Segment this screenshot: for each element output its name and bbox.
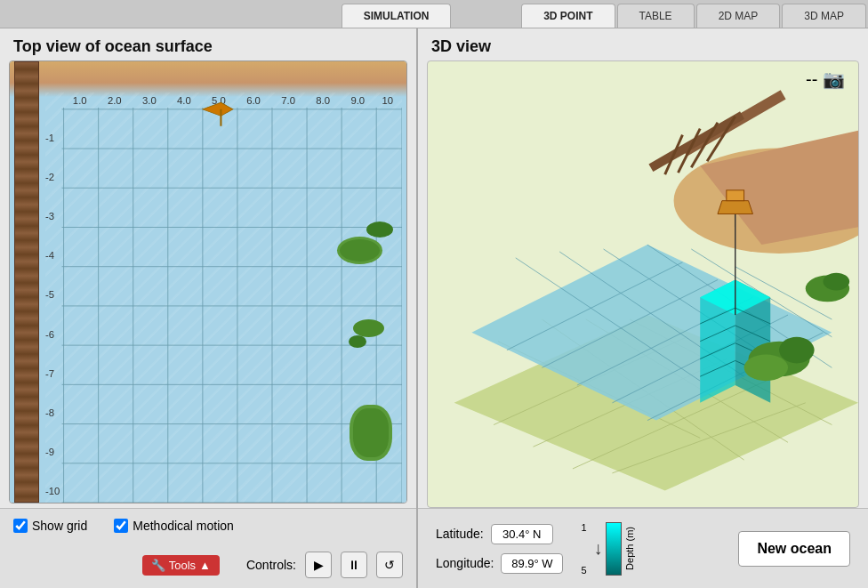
svg-text:4.0: 4.0 [177,96,191,106]
tab-3dmap[interactable]: 3D MAP [782,4,866,28]
main-content: Top view of ocean surface 1.0 2.0 3.0 4.… [0,28,868,588]
tools-button[interactable]: 🔧 Tools ▲ [142,555,220,576]
svg-text:9.0: 9.0 [350,96,365,106]
svg-point-91 [823,273,849,291]
svg-text:7.0: 7.0 [281,96,295,106]
svg-text:-6: -6 [45,329,54,339]
pause-icon: ⏸ [348,558,360,572]
svg-text:2.0: 2.0 [108,96,122,106]
svg-text:-10: -10 [45,486,60,495]
iso-scene [428,61,858,507]
reset-icon: ↺ [384,558,395,572]
island-2 [353,319,384,337]
depth-bar [606,522,622,576]
grid-container: 1.0 2.0 3.0 4.0 5.0 6.0 7.0 8.0 9.0 10 -… [45,93,402,503]
depth-bottom-label: 5 [581,565,586,576]
tab-simulation[interactable]: SIMULATION [342,4,452,28]
svg-text:-8: -8 [45,408,54,418]
depth-unit-label: Depth (m) [624,527,635,570]
svg-marker-85 [718,201,753,214]
svg-text:3.0: 3.0 [142,96,157,106]
svg-point-88 [779,337,815,364]
reset-button[interactable]: ↺ [376,552,403,578]
longitude-group: Longitude: 89.9° W [436,553,563,574]
left-panel-title: Top view of ocean surface [0,28,416,60]
view-3d: -- 📷 [427,60,859,508]
tab-2dmap[interactable]: 2D MAP [696,4,781,28]
tools-arrow: ▲ [199,559,211,572]
show-grid-label[interactable]: Show grid [13,519,87,533]
svg-text:-7: -7 [45,368,54,378]
sand-top [10,61,406,97]
island-3 [353,408,389,457]
island-1 [340,239,380,262]
svg-text:6.0: 6.0 [246,96,261,106]
latitude-group: Latitude: 30.4° N [436,524,563,544]
tab-3dpoint[interactable]: 3D POINT [521,4,615,28]
controls-bar: Show grid Methodical motion 🔧 Tools ▲ Co… [0,508,416,588]
ocean-view: 1.0 2.0 3.0 4.0 5.0 6.0 7.0 8.0 9.0 10 -… [9,60,407,503]
svg-text:8.0: 8.0 [316,96,330,106]
tools-icon: 🔧 [151,559,165,572]
info-bar: Latitude: 30.4° N Longitude: 89.9° W 1 5… [418,508,868,588]
methodical-motion-text: Methodical motion [133,519,234,533]
svg-point-89 [744,355,788,382]
island-2b [349,335,366,348]
tab-table[interactable]: TABLE [617,4,695,28]
play-button[interactable]: ▶ [305,552,332,578]
svg-rect-86 [727,190,744,201]
depth-arrow: ↓ [594,538,603,559]
depth-scale: 1 5 ↓ Depth (m) [581,522,634,576]
tools-label: Tools [169,559,196,572]
longitude-label: Longitude: [436,556,494,570]
svg-text:10: 10 [382,96,393,106]
latitude-label: Latitude: [436,527,484,541]
playback-row: 🔧 Tools ▲ Controls: ▶ ⏸ ↺ [13,552,403,578]
show-grid-text: Show grid [32,519,87,533]
svg-text:-1: -1 [45,133,54,142]
grid-svg: 1.0 2.0 3.0 4.0 5.0 6.0 7.0 8.0 9.0 10 -… [45,93,402,503]
show-grid-checkbox[interactable] [13,519,28,533]
new-ocean-button[interactable]: New ocean [738,531,850,567]
camera-icon[interactable]: -- 📷 [806,68,845,90]
longitude-value: 89.9° W [501,553,563,574]
controls-label-text: Controls: [246,558,296,572]
svg-text:1.0: 1.0 [73,96,87,106]
left-panel: Top view of ocean surface 1.0 2.0 3.0 4.… [0,28,418,588]
pause-button[interactable]: ⏸ [341,552,367,578]
methodical-motion-label[interactable]: Methodical motion [114,519,234,533]
svg-text:-5: -5 [45,290,54,300]
depth-top-label: 1 [581,522,586,533]
svg-marker-42 [203,102,233,116]
right-panel-title: 3D view [418,28,868,60]
svg-text:-4: -4 [45,251,54,261]
methodical-motion-checkbox[interactable] [114,519,128,533]
svg-text:-9: -9 [45,447,54,457]
tab-bar: SIMULATION 3D POINT TABLE 2D MAP 3D MAP [0,0,868,28]
right-panel: 3D view -- 📷 [418,28,868,588]
wooden-pole [14,61,39,503]
latitude-value: 30.4° N [491,524,553,544]
svg-text:-3: -3 [45,211,54,221]
svg-text:-2: -2 [45,172,54,181]
play-icon: ▶ [314,558,324,572]
checkboxes-row: Show grid Methodical motion [13,519,403,533]
island-1b [366,222,393,238]
